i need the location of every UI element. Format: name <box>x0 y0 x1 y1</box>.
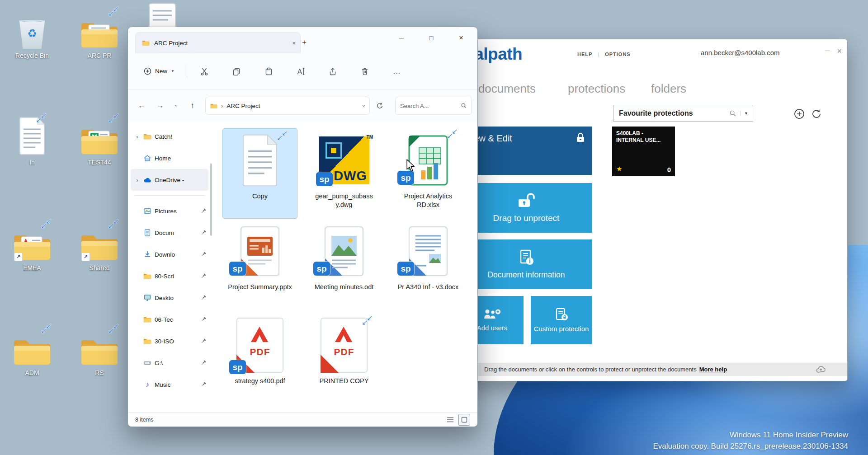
folder-icon <box>142 40 150 46</box>
delete-button[interactable] <box>355 62 375 80</box>
sealpath-protected-badge: sp <box>316 172 333 186</box>
sidebar-item-label: Downlo <box>155 251 197 258</box>
pin-icon <box>200 295 207 301</box>
clipboard-icon <box>264 67 273 75</box>
file-name: Project Analytics RD.xlsx <box>394 192 462 209</box>
folder-icon <box>143 338 151 344</box>
file-item-dwg[interactable]: DWG TM sp gear_pump_subassy.dwg <box>307 129 381 218</box>
custom-protection-tile[interactable]: Custom protection <box>531 296 592 344</box>
odt-file-icon: sp <box>313 220 375 283</box>
sidebar-item-g-drive[interactable]: G:\ <box>131 352 208 374</box>
rename-button[interactable] <box>291 62 311 80</box>
document-information-tile[interactable]: Document information <box>461 239 592 289</box>
sidebar-item-80-scripts[interactable]: 80-Scri <box>131 265 208 287</box>
sidebar-item-documents[interactable]: Docum <box>131 222 208 244</box>
search-icon <box>729 110 736 117</box>
sidebar-item-downloads[interactable]: Downlo <box>131 244 208 265</box>
desktop-icon-test44[interactable]: ↙↙ TEST44 <box>72 114 127 166</box>
sealpath-protected-badge: sp <box>397 262 414 276</box>
more-options-button[interactable]: … <box>387 62 407 80</box>
file-item-xlsx[interactable]: ↙↙ sp Project Analytics RD.xlsx <box>391 129 465 218</box>
address-dropdown-icon[interactable]: › <box>360 105 367 107</box>
favourite-protection-tile[interactable]: S400LAB - INTERNAL USE... ★ 0 <box>612 127 675 176</box>
tab-folders[interactable]: folders <box>651 82 686 96</box>
file-item-odt[interactable]: sp Meeting minutes.odt <box>307 220 381 309</box>
desktop-icon-emea[interactable]: ↙↙ ↗ EMEA <box>5 220 59 272</box>
desktop-icon-adm[interactable]: ↙↙ ADM <box>5 324 59 376</box>
pdf-label: PDF <box>237 347 283 357</box>
new-button[interactable]: New ▼ <box>138 63 180 79</box>
search-input[interactable]: Search A... <box>395 97 472 115</box>
sync-overlay-icon: ↙↙ <box>38 218 52 231</box>
copy-button[interactable] <box>226 62 246 80</box>
sidebar-item-home[interactable]: Home <box>131 147 208 169</box>
shortcut-overlay-icon: ↗ <box>14 253 23 261</box>
file-item-docx[interactable]: sp Pr A340 Inf - v3.docx <box>391 220 465 309</box>
desktop-icon-arc-pr[interactable]: ↙↙ ARC PR <box>72 7 127 59</box>
sidebar-separator <box>134 195 205 196</box>
tab-protections[interactable]: protections <box>568 82 625 96</box>
view-edit-protection-tile[interactable]: View & Edit <box>461 127 592 175</box>
home-icon <box>143 154 151 162</box>
desktop-icon-rs[interactable]: ↙↙ RS <box>72 324 127 376</box>
more-help-link[interactable]: More help <box>699 366 727 373</box>
refresh-icon <box>376 102 383 109</box>
close-button[interactable]: × <box>446 28 476 48</box>
drag-to-unprotect-tile[interactable]: Drag to unprotect <box>461 183 592 233</box>
forward-button[interactable]: → <box>152 98 169 114</box>
downloads-icon <box>143 250 151 258</box>
pdf-file-icon: PDF sp <box>229 314 291 377</box>
new-button-label: New <box>155 68 167 75</box>
favourite-protections-dropdown[interactable]: Favourite protections ▼ <box>613 105 753 122</box>
tab-close-icon[interactable]: × <box>292 40 296 47</box>
drive-icon <box>143 359 151 367</box>
desktop-icon-th[interactable]: ↙↙ th <box>5 114 59 166</box>
add-protection-button[interactable] <box>794 108 805 119</box>
address-bar[interactable]: › ARC Project › <box>205 97 370 115</box>
large-icons-view-button[interactable] <box>458 414 470 426</box>
options-menu-item[interactable]: OPTIONS <box>605 52 631 57</box>
details-view-button[interactable] <box>447 417 454 423</box>
search-placeholder: Search A... <box>400 103 458 109</box>
file-item-pdf-strategy[interactable]: PDF sp strategy s400.pdf <box>223 314 297 403</box>
desktop-icon-shared[interactable]: ↙↙ ↗ Shared <box>72 220 127 272</box>
pin-icon <box>200 230 207 236</box>
help-menu-item[interactable]: HELP <box>577 52 592 57</box>
recycle-bin-icon: ♻ <box>18 7 47 49</box>
paste-button[interactable] <box>259 62 278 80</box>
sidebar-item-catch[interactable]: › Catch! <box>131 126 208 147</box>
cut-button[interactable] <box>194 62 214 80</box>
sealpath-close-button[interactable]: × <box>837 47 842 56</box>
file-item-pptx[interactable]: sp Project Summary.pptx <box>223 220 297 309</box>
file-item-pdf-printed-copy[interactable]: PDF ↙↙ PRINTED COPY <box>307 314 381 403</box>
account-email[interactable]: ann.becker@s400lab.com <box>701 49 780 56</box>
back-button[interactable]: ← <box>133 98 150 114</box>
sealpath-window: Sealpath HELP | OPTIONS ann.becker@s400l… <box>425 39 848 381</box>
new-tab-button[interactable]: + <box>297 35 311 50</box>
share-button[interactable] <box>323 62 343 80</box>
watermark-line1: Windows 11 Home Insider Preview <box>653 429 848 441</box>
chevron-right-icon: › <box>134 133 140 140</box>
sidebar-item-06-tec[interactable]: 06-Tec <box>131 309 208 330</box>
refresh-protections-button[interactable] <box>811 108 822 119</box>
file-item-copy[interactable]: ↙↙ Copy <box>223 129 297 218</box>
sidebar-scrollbar[interactable] <box>210 164 212 236</box>
sidebar-item-onedrive[interactable]: › OneDrive - <box>131 169 208 191</box>
sidebar-item-desktop[interactable]: Deskto <box>131 287 208 309</box>
thumbnail-view-icon <box>461 417 467 423</box>
desktop-icon-recycle-bin[interactable]: ♻ Recycle Bin <box>5 7 59 59</box>
dwg-letters: DWG <box>334 169 367 183</box>
sidebar-item-30-iso[interactable]: 30-ISO <box>131 330 208 352</box>
sealpath-minimize-button[interactable]: ─ <box>825 47 830 56</box>
breadcrumb[interactable]: ARC Project <box>226 103 359 109</box>
recent-locations-button[interactable]: › <box>170 98 182 114</box>
sidebar-item-music[interactable]: ♪ Music <box>131 374 208 395</box>
unlock-icon <box>516 192 537 209</box>
minimize-button[interactable]: ─ <box>387 28 416 48</box>
desktop-icon-label: th <box>29 159 35 166</box>
refresh-button[interactable] <box>372 98 388 114</box>
up-button[interactable]: ↑ <box>184 98 201 114</box>
maximize-button[interactable]: □ <box>416 28 446 48</box>
explorer-tab[interactable]: ARC Project × <box>135 32 301 53</box>
sidebar-item-pictures[interactable]: Pictures <box>131 200 208 222</box>
